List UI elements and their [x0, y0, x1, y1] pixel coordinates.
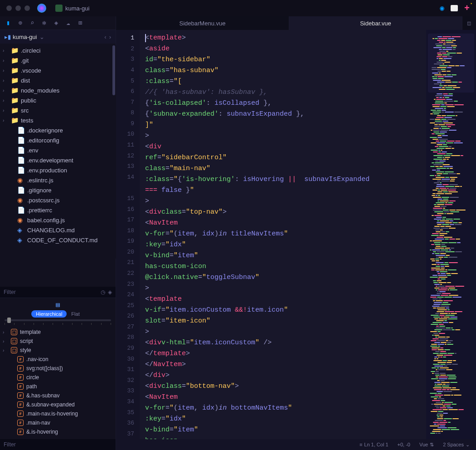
file-item[interactable]: 📄.env	[0, 145, 116, 155]
files-icon[interactable]: ▮	[6, 19, 10, 27]
code-line[interactable]: class="main-nav"	[145, 163, 426, 174]
status-language[interactable]: Vue⇅	[419, 442, 434, 448]
title-project[interactable]: kuma-gui	[55, 5, 89, 12]
outline-rule[interactable]: #circle	[0, 373, 116, 382]
outline-filter[interactable]: Filter	[0, 439, 116, 450]
code-line[interactable]: <div class="bottom-nav">	[145, 381, 426, 392]
outline-section[interactable]: ›⬚style	[0, 346, 116, 355]
code-line[interactable]: === false }"	[145, 185, 426, 196]
file-item[interactable]: 📄.dockerignore	[0, 125, 116, 135]
file-item[interactable]: 📄.env.development	[0, 155, 116, 165]
mode-flat[interactable]: Flat	[67, 310, 84, 318]
code-line[interactable]: has-icon	[145, 435, 426, 439]
file-item[interactable]: ◉.eslintrc.js	[0, 175, 116, 185]
forward-icon[interactable]: ›	[109, 34, 111, 40]
globe-icon[interactable]: ⊕	[18, 19, 22, 27]
minimize-button[interactable]	[15, 5, 21, 11]
code-line[interactable]: has-custom-icon	[145, 261, 426, 272]
code-line[interactable]: >	[145, 283, 426, 294]
code-line[interactable]: //{ 'has-subnav': hasSubnav },	[145, 87, 426, 98]
grid-icon[interactable]: ⊞	[78, 19, 82, 27]
code-line[interactable]: class="has-subnav"	[145, 65, 426, 76]
code-line[interactable]: >	[145, 327, 426, 338]
outline-rule[interactable]: #&.has-subnav	[0, 391, 116, 400]
code-line[interactable]: slot="item-icon"	[145, 316, 426, 327]
code-line[interactable]: v-if="item.iconCustom && !item.icon"	[145, 305, 426, 316]
back-icon[interactable]: ‹	[104, 34, 106, 40]
file-tree[interactable]: ›📁.circleci›📁.git›📁.vscode›📁dist›📁node_m…	[0, 44, 116, 287]
close-button[interactable]	[6, 5, 12, 11]
outline-rule[interactable]: #svg:not([class])	[0, 364, 116, 373]
code-line[interactable]: { 'subnav-expanded': subnavIsExpanded },	[145, 109, 426, 120]
code-line[interactable]: </template>	[145, 348, 426, 359]
code-line[interactable]: </div>	[145, 370, 426, 381]
eye-icon[interactable]: ◉	[440, 4, 444, 13]
code-line[interactable]: >	[145, 196, 426, 207]
folder-item[interactable]: ›📁.git	[0, 55, 116, 65]
outline-section[interactable]: ›⬚template	[0, 328, 116, 337]
code-line[interactable]: <aside	[145, 44, 426, 54]
outline-tree[interactable]: ›⬚template›⬚script›⬚style#.nav-icon#svg:…	[0, 325, 116, 439]
editor-tab[interactable]: Sidebar.vue	[289, 16, 462, 30]
code-line[interactable]: :key="idx"	[145, 414, 426, 425]
cloud-icon[interactable]: ☁	[66, 19, 70, 27]
code-line[interactable]: <NavItem	[145, 392, 426, 403]
code-line[interactable]: :class="{ 'is-hovering': isHovering || s…	[145, 174, 426, 185]
add-icon[interactable]: +	[464, 3, 470, 14]
file-item[interactable]: ◉babel.config.js	[0, 215, 116, 225]
outline-toggle-icon[interactable]: ▤	[56, 301, 59, 308]
file-item[interactable]: 📄.prettierrc	[0, 205, 116, 215]
code-area[interactable]: <template> <aside id="the-sidebar" class…	[140, 30, 426, 439]
file-item[interactable]: 📄.gitignore	[0, 185, 116, 195]
line-gutter[interactable]: 1234567891011121314151617181920212223242…	[116, 30, 140, 439]
code-line[interactable]: <template>	[145, 33, 426, 44]
file-item[interactable]: ◉.postcssrc.js	[0, 195, 116, 205]
file-filter[interactable]: Filter ◷ ◈	[0, 287, 116, 298]
code-line[interactable]: v-bind="item"	[145, 425, 426, 435]
code-line[interactable]: v-for="(item, idx) in bottomNavItems"	[145, 403, 426, 414]
editor-tab[interactable]: SidebarMenu.vue	[116, 16, 289, 30]
outline-mode-toggle[interactable]: Hierarchical Flat	[31, 310, 84, 318]
snowflake-icon[interactable]: ✻	[42, 19, 46, 27]
project-header[interactable]: ▸▮ kuma-gui ⌄ ‹ ›	[0, 30, 116, 44]
code-line[interactable]: <NavItem	[145, 218, 426, 229]
outline-rule[interactable]: #&.subnav-expanded	[0, 400, 116, 409]
folder-item[interactable]: ›📁.circleci	[0, 45, 116, 55]
outline-rule[interactable]: #&.is-hovering	[0, 427, 116, 436]
code-line[interactable]: <div class="top-nav">	[145, 207, 426, 218]
outline-depth-slider[interactable]	[0, 319, 116, 325]
outline-rule[interactable]: #path	[0, 382, 116, 391]
file-tree-scrollbar[interactable]	[112, 45, 116, 259]
code-line[interactable]: </NavItem>	[145, 359, 426, 370]
code-line[interactable]: v-bind="item"	[145, 250, 426, 261]
outline-rule[interactable]: #.main-nav	[0, 418, 116, 427]
folder-item[interactable]: ›📁.vscode	[0, 65, 116, 75]
diamond-icon[interactable]: ◈	[54, 19, 58, 27]
status-line-col[interactable]: ≡Ln 1, Col 1	[359, 442, 389, 447]
outline-rule[interactable]: #.nav-icon	[0, 355, 116, 364]
file-item[interactable]: ◈CHANGELOG.md	[0, 225, 116, 235]
status-diff[interactable]: +0, -0	[398, 442, 410, 447]
opts-icon[interactable]: ◈	[108, 289, 112, 295]
folder-item[interactable]: ›📁src	[0, 105, 116, 115]
folder-item[interactable]: ›📁tests	[0, 115, 116, 125]
file-item[interactable]: ◈CODE_OF_CONDUCT.md	[0, 235, 116, 245]
code-line[interactable]: >	[145, 131, 426, 142]
code-line[interactable]: :key="idx"	[145, 240, 426, 250]
code-line[interactable]: <div	[145, 142, 426, 152]
panel-icon[interactable]	[451, 5, 458, 11]
folder-item[interactable]: ›📁dist	[0, 75, 116, 85]
file-item[interactable]: 📄.editorconfig	[0, 135, 116, 145]
folder-item[interactable]: ›📁node_modules	[0, 85, 116, 95]
mode-hierarchical[interactable]: Hierarchical	[31, 310, 67, 318]
code-line[interactable]: :class="[	[145, 76, 426, 87]
split-icon[interactable]: ◫	[462, 16, 476, 30]
maximize-button[interactable]	[24, 5, 30, 11]
code-line[interactable]: { 'is-collapsed': isCollapsed },	[145, 98, 426, 109]
code-line[interactable]: ref="sidebarControl"	[145, 152, 426, 163]
status-indent[interactable]: 2 Spaces⌄	[443, 442, 470, 448]
search-icon[interactable]: ⌕	[30, 19, 34, 27]
folder-item[interactable]: ›📁public	[0, 95, 116, 105]
code-line[interactable]: <template	[145, 294, 426, 305]
minimap[interactable]	[426, 30, 476, 439]
